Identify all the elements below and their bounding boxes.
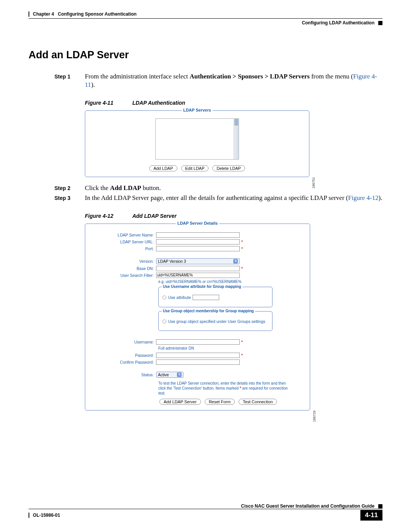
required-icon: * xyxy=(241,246,243,251)
step-3: Step 3 In the Add LDAP Server page, ente… xyxy=(54,194,382,202)
radio-group-object[interactable] xyxy=(162,320,166,323)
fieldset-legend: Use Username attribute for Group mapping xyxy=(162,284,242,289)
image-id: 186751 xyxy=(312,177,315,189)
label-port: Port: xyxy=(92,246,156,251)
test-connection-button[interactable]: Test Connection xyxy=(239,399,277,405)
fieldset-legend: LDAP Server Details xyxy=(176,221,219,225)
step-1: Step 1 From the administration interface… xyxy=(54,72,382,89)
delete-ldap-button[interactable]: Delete LDAP xyxy=(212,165,245,171)
label-username: Username: xyxy=(92,340,156,344)
select-status[interactable]: Active⇅ xyxy=(156,372,183,378)
row-server-url: LDAP Server URL: * xyxy=(92,239,303,244)
label-version: Version: xyxy=(92,259,156,264)
select-version[interactable]: LDAP Version 3⇅ xyxy=(156,258,240,264)
figure-12-caption: Figure 4-12Add LDAP Server xyxy=(85,213,382,219)
label-server-name: LDAP Server Name: xyxy=(92,233,156,237)
page-content: Chapter 4 Configuring Sponsor Authentica… xyxy=(29,11,382,411)
ldap-details-fieldset: LDAP Server Details LDAP Server Name: LD… xyxy=(85,224,310,411)
label-confirm: Confirm Password: xyxy=(92,360,156,364)
label-status: Status: xyxy=(92,372,156,377)
row-confirm: Confirm Password: xyxy=(92,359,303,365)
label-password: Password: xyxy=(92,353,156,358)
input-password[interactable] xyxy=(156,353,240,358)
doc-id: OL-15986-01 xyxy=(33,513,60,518)
edit-ldap-button[interactable]: Edit LDAP xyxy=(181,165,209,171)
add-ldap-server-button[interactable]: Add LDAP Server xyxy=(159,399,201,405)
ldap-servers-fieldset: LDAP Servers Add LDAP Edit LDAP Delete L… xyxy=(85,110,309,177)
radio-use-attribute[interactable] xyxy=(162,296,166,299)
username-hint: Full administrator DN xyxy=(158,346,303,350)
input-filter[interactable]: uid=%USERNAME% xyxy=(156,273,240,278)
chapter-number: Chapter 4 xyxy=(33,11,54,17)
input-username[interactable] xyxy=(156,339,240,345)
row-filter: User Search Filter: uid=%USERNAME% xyxy=(92,273,303,278)
label-filter: User Search Filter: xyxy=(92,273,156,278)
step-text: In the Add LDAP Server page, enter all t… xyxy=(85,194,382,202)
ldap-servers-listbox[interactable] xyxy=(155,118,239,160)
step-2: Step 2 Click the Add LDAP button. xyxy=(54,184,382,192)
reset-form-button[interactable]: Reset Form xyxy=(205,399,235,405)
header-rule xyxy=(29,18,382,19)
figure-11-screenshot: LDAP Servers Add LDAP Edit LDAP Delete L… xyxy=(85,110,309,177)
page-number: 4-11 xyxy=(360,510,382,521)
fieldset-legend: LDAP Servers xyxy=(182,108,212,112)
row-server-name: LDAP Server Name: xyxy=(92,232,303,238)
row-port: Port: * xyxy=(92,246,303,251)
page-heading: Add an LDAP Server xyxy=(29,49,382,61)
required-icon: * xyxy=(241,340,243,344)
radio-label: Use attribute xyxy=(168,295,191,300)
step-text: From the administration interface select… xyxy=(85,72,382,89)
input-server-name[interactable] xyxy=(156,232,240,238)
scrollbar[interactable] xyxy=(234,119,239,159)
chevron-updown-icon: ⇅ xyxy=(233,259,238,264)
figure-ref[interactable]: Figure 4-12 xyxy=(348,194,379,201)
step-label: Step 2 xyxy=(54,184,85,192)
page-footer: Cisco NAC Guest Server Installation and … xyxy=(29,503,382,521)
row-version: Version: LDAP Version 3⇅ xyxy=(92,258,303,264)
input-confirm-password[interactable] xyxy=(156,359,240,365)
required-icon: * xyxy=(241,240,243,244)
add-ldap-button[interactable]: Add LDAP xyxy=(149,165,177,171)
label-server-url: LDAP Server URL: xyxy=(92,240,156,244)
step-text: Click the Add LDAP button. xyxy=(85,184,382,192)
required-icon: * xyxy=(241,266,243,271)
row-status: Status: Active⇅ xyxy=(92,372,303,378)
step-label: Step 1 xyxy=(54,72,85,89)
input-port[interactable] xyxy=(156,246,240,251)
input-server-url[interactable] xyxy=(156,239,240,244)
required-icon: * xyxy=(241,353,243,358)
label-basedn: Base DN: xyxy=(92,266,156,271)
guide-title: Cisco NAC Guest Server Installation and … xyxy=(241,503,374,509)
chapter-title: Configuring Sponsor Authentication xyxy=(58,11,137,17)
figure-12-screenshot: LDAP Server Details LDAP Server Name: LD… xyxy=(85,224,310,411)
running-header: Chapter 4 Configuring Sponsor Authentica… xyxy=(29,11,382,17)
row-password: Password: * xyxy=(92,353,303,358)
filter-hint: e.g. uid=%USERNAME% or cn=%USERNAME% xyxy=(158,280,303,284)
row-username: Username: * xyxy=(92,339,303,345)
chevron-updown-icon: ⇅ xyxy=(177,372,182,377)
input-use-attribute[interactable] xyxy=(193,295,219,300)
footer-marker xyxy=(378,504,382,508)
figure-11-caption: Figure 4-11LDAP Authentication xyxy=(85,100,382,106)
fieldset-group-obj: Use Group object membership for Group ma… xyxy=(158,311,272,331)
footer-rule xyxy=(29,509,382,509)
section-marker xyxy=(378,21,382,25)
section-title: Configuring LDAP Authentication xyxy=(302,20,374,26)
input-basedn[interactable] xyxy=(156,266,240,271)
radio-label: Use group object specified under User Gr… xyxy=(168,319,265,324)
step-label: Step 3 xyxy=(54,194,85,202)
test-connection-hint: To test the LDAP Server connection, ente… xyxy=(158,381,292,396)
row-basedn: Base DN: * xyxy=(92,266,303,271)
fieldset-user-attr: Use Username attribute for Group mapping… xyxy=(158,287,272,307)
image-id: 186729 xyxy=(312,411,316,422)
fieldset-legend: Use Group object membership for Group ma… xyxy=(162,309,255,313)
